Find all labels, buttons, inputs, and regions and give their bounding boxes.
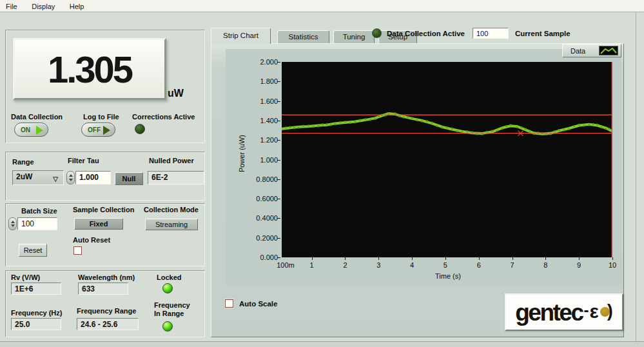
power-value: 1.305 <box>15 40 164 98</box>
data-trace <box>282 114 612 134</box>
collection-mode-button[interactable]: Streaming <box>145 219 198 230</box>
trace-marker <box>403 116 405 118</box>
trace-marker <box>446 126 448 128</box>
auto-reset-checkbox[interactable] <box>73 246 82 255</box>
strip-chart-svg[interactable] <box>282 62 612 257</box>
x-tick-label: 7 <box>510 261 514 269</box>
nulled-power-label: Nulled Power <box>149 157 194 164</box>
tab-statistics[interactable]: Statistics <box>277 30 329 44</box>
trace-marker <box>491 130 493 132</box>
rv-field[interactable]: 1E+6 <box>11 283 61 295</box>
trace-marker <box>421 121 423 123</box>
trace-marker <box>558 129 560 131</box>
trace-marker <box>326 123 327 125</box>
auto-scale-checkbox[interactable] <box>225 299 233 308</box>
plot-area[interactable] <box>282 62 612 257</box>
x-tick-label: 8 <box>543 261 547 269</box>
trace-marker <box>334 123 336 125</box>
trace-marker <box>525 128 527 130</box>
filter-tau-input[interactable]: 1.000 <box>75 171 111 184</box>
x-tick-label: 9 <box>577 261 581 269</box>
menu-help[interactable]: Help <box>64 1 90 10</box>
batch-panel: Batch Size Sample Collection Collection … <box>5 203 205 266</box>
null-button[interactable]: Null <box>115 172 143 185</box>
trace-marker <box>307 124 309 126</box>
frequency-field[interactable]: 25.0 <box>11 318 61 330</box>
frequency-in-range-label-1: Frequency <box>154 301 190 309</box>
y-tick-mark <box>277 218 280 219</box>
reset-button[interactable]: Reset <box>19 244 47 257</box>
dropdown-arrow-icon: ▽ <box>53 175 58 183</box>
y-tick-mark <box>277 199 280 199</box>
trace-marker <box>501 128 503 130</box>
trace-marker <box>378 115 380 117</box>
log-to-file-toggle-label: OFF <box>88 126 101 134</box>
trace-marker <box>554 130 556 132</box>
power-display: 1.305 <box>13 38 166 100</box>
batch-size-spinner[interactable] <box>8 217 17 230</box>
y-tick-label: 0.000 <box>244 253 278 261</box>
frequency-range-field: 24.6 - 25.6 <box>77 318 139 330</box>
menu-file[interactable]: File <box>0 1 23 10</box>
trace-marker <box>505 125 507 127</box>
trace-marker <box>461 131 463 133</box>
range-value: 2uW <box>16 172 32 181</box>
y-tick-label: 0.4000 <box>244 214 278 222</box>
y-tick-label: 0.2000 <box>244 234 278 242</box>
data-collection-active-label: Data Collection Active <box>387 30 465 37</box>
frequency-in-range-label-2: In Range <box>154 310 184 317</box>
rv-label: Rv (V/W) <box>11 273 40 281</box>
range-panel: Range Filter Tau Nulled Power 2uW ▽ 1.00… <box>5 152 205 201</box>
trace-marker <box>359 119 361 121</box>
frequency-label: Frequency (Hz) <box>11 309 62 317</box>
trace-marker <box>364 118 366 120</box>
trace-marker <box>436 125 438 127</box>
trace-marker <box>282 128 283 130</box>
log-to-file-toggle[interactable]: OFF <box>81 123 115 137</box>
trace-marker <box>395 112 396 114</box>
trace-marker <box>375 118 376 120</box>
window-bottom-band <box>0 342 644 347</box>
trace-marker <box>349 122 351 124</box>
trace-marker <box>596 124 598 126</box>
trace-marker <box>545 134 547 135</box>
y-tick-mark <box>277 257 280 258</box>
y-tick-label: 1.200 <box>244 136 278 144</box>
y-tick-mark <box>277 81 280 82</box>
trace-marker <box>592 123 594 125</box>
y-tick-mark <box>277 101 280 102</box>
filter-tau-spinner[interactable] <box>66 171 75 184</box>
tab-strip-chart[interactable]: Strip Chart <box>211 28 271 44</box>
tab-tuning[interactable]: Tuning <box>333 30 375 44</box>
batch-size-input[interactable]: 100 <box>17 217 57 230</box>
chart-legend[interactable]: Data <box>562 44 621 57</box>
x-tick-label: 100m <box>277 261 295 269</box>
trace-marker <box>466 130 468 132</box>
sample-collection-button[interactable]: Fixed <box>74 218 123 230</box>
trace-marker <box>451 128 453 130</box>
y-tick-mark <box>277 140 280 141</box>
wavelength-field[interactable]: 633 <box>78 283 128 295</box>
y-tick-mark <box>277 179 280 180</box>
current-sample-field: 100 <box>473 28 509 39</box>
trace-marker <box>344 121 346 123</box>
trace-marker <box>568 128 570 130</box>
trace-marker <box>339 121 341 123</box>
trace-marker <box>509 124 511 126</box>
x-tick-mark <box>612 257 613 260</box>
range-label: Range <box>12 158 34 166</box>
corrections-active-led <box>135 124 145 134</box>
x-tick-label: 1 <box>310 261 314 269</box>
trace-marker <box>441 126 443 128</box>
menu-display[interactable]: Display <box>26 1 61 10</box>
trace-marker <box>317 125 319 127</box>
trace-marker <box>330 124 332 126</box>
range-dropdown[interactable]: 2uW ▽ <box>12 170 64 185</box>
data-collection-toggle[interactable]: ON <box>14 123 48 137</box>
trace-marker <box>583 124 585 126</box>
x-tick-mark <box>412 257 413 260</box>
x-tick-label: 5 <box>444 261 447 269</box>
trace-marker <box>601 126 603 128</box>
nulled-power-value: 6E-2 <box>148 171 204 184</box>
locked-label: Locked <box>157 273 182 281</box>
